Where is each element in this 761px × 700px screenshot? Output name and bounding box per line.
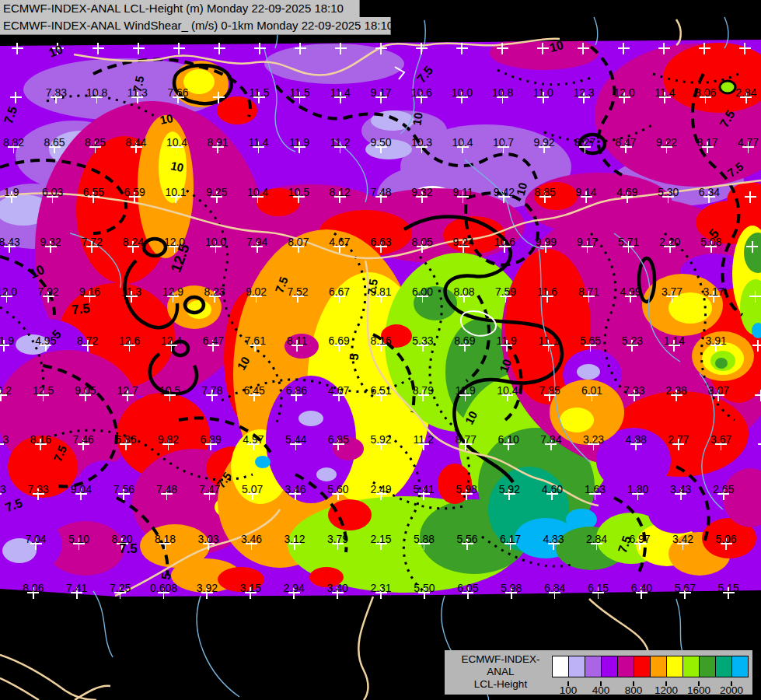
windshear-value: 6.67	[329, 285, 350, 298]
windshear-value: 8.65	[44, 136, 65, 149]
windshear-value: 12.0	[614, 86, 635, 99]
windshear-value: 11.3	[121, 285, 141, 298]
windshear-value: 4.97	[243, 433, 264, 446]
windshear-value: 7.41	[66, 582, 87, 594]
windshear-value: 7.92	[37, 285, 58, 298]
windshear-value: 10.3	[411, 136, 432, 149]
legend-swatch	[553, 656, 569, 677]
windshear-value: 11.9	[0, 334, 14, 347]
legend-title: ECMWF-INDEX-ANAL	[448, 653, 553, 678]
windshear-value: 7.48	[156, 483, 177, 495]
legend-swatch	[585, 656, 602, 677]
windshear-value: 11.4	[248, 136, 268, 149]
windshear-value: 3.03	[197, 533, 218, 545]
windshear-value: 12.7	[117, 384, 138, 397]
windshear-value: 11.9	[497, 334, 517, 347]
windshear-value: 8.17	[696, 136, 717, 149]
windshear-value: 11.5	[289, 86, 309, 99]
windshear-value: 5.92	[499, 483, 520, 495]
windshear-value: 11.5	[249, 86, 269, 99]
windshear-value: 8.27	[574, 136, 595, 149]
windshear-value: 2.77	[668, 433, 689, 446]
windshear-value: 4.60	[542, 483, 563, 495]
windshear-value: 7.94	[246, 236, 267, 248]
legend-swatch	[732, 656, 748, 677]
legend-tick-value: 800	[625, 684, 643, 696]
windshear-value: 3.43	[670, 483, 691, 495]
windshear-value: 6.69	[328, 334, 349, 347]
windshear-value: 5.88	[414, 533, 435, 545]
windshear-value: 1.80	[627, 483, 648, 495]
windshear-value: 11.6	[537, 285, 557, 298]
windshear-value: 9.04	[71, 483, 92, 495]
windshear-value: 3.23	[583, 433, 604, 446]
windshear-value: 9.16	[79, 285, 100, 298]
windshear-value: 6.55	[83, 186, 104, 198]
windshear-value: 1.9	[4, 186, 19, 198]
windshear-value: 11.4	[655, 86, 675, 99]
windshear-value: 6.89	[201, 433, 222, 446]
windshear-value: 2.84	[735, 86, 756, 99]
windshear-value: 7.04	[25, 533, 46, 545]
windshear-value: 4.67	[329, 236, 350, 248]
windshear-value: 6.05	[457, 582, 478, 594]
windshear-value: 3.12	[284, 533, 305, 545]
windshear-value: 5.06	[715, 533, 736, 545]
windshear-value: 7.33	[28, 483, 49, 495]
windshear-value: 3.15	[240, 582, 261, 594]
windshear-value: 6.17	[500, 533, 521, 545]
windshear-value: 9.50	[370, 136, 391, 149]
windshear-value: 9.05	[75, 384, 96, 397]
windshear-value: 8.06	[695, 86, 716, 99]
windshear-value: 1.63	[585, 483, 606, 495]
windshear-value: 8.24	[123, 236, 144, 248]
windshear-value: 6.45	[243, 384, 264, 397]
windshear-value: 11.9	[289, 136, 309, 149]
windshear-value: 3.42	[672, 533, 693, 545]
windshear-value: 5.65	[580, 334, 601, 347]
windshear-value: 9.14	[575, 186, 596, 198]
legend-unit: m	[448, 691, 553, 700]
windshear-value: 12.5	[33, 384, 54, 397]
title-bar-windshear: ECMWF-INDEX-ANAL WindShear_ (m/s) 0-1km …	[0, 17, 391, 35]
windshear-value: 7.52	[287, 285, 308, 298]
legend-tick-value: 1200	[655, 684, 678, 696]
windshear-value: 6.47	[203, 334, 224, 347]
windshear-value: 8.25	[85, 136, 106, 149]
contour-label: 7.5	[71, 301, 91, 318]
windshear-value: 6.59	[124, 186, 145, 198]
legend-swatch	[618, 656, 634, 677]
windshear-value: 8.16	[30, 433, 51, 446]
windshear-value: 7.72	[82, 236, 103, 248]
windshear-value: 3.92	[197, 582, 218, 594]
windshear-value: 7.84	[540, 433, 561, 446]
windshear-value: 3.17	[703, 285, 724, 298]
legend-tick-value: 2000	[720, 684, 743, 696]
windshear-value: 8.71	[578, 285, 599, 298]
windshear-value: 7.56	[113, 483, 134, 495]
title-bar-lcl: ECMWF-INDEX-ANAL LCL-Height (m) Monday 2…	[0, 0, 360, 18]
windshear-value: 3.46	[241, 533, 262, 545]
windshear-value: 12.3	[573, 86, 594, 99]
lcl-fill-blobs	[0, 31, 761, 607]
windshear-value: 2.94	[284, 582, 305, 594]
windshear-value: 6.01	[581, 384, 602, 397]
windshear-value: 3.46	[285, 483, 305, 495]
legend-field: LCL-Height	[448, 678, 553, 691]
windshear-value: 5.30	[658, 186, 679, 198]
legend-color-scale	[552, 656, 749, 677]
windshear-value: 3.07	[708, 384, 729, 397]
windshear-value: 12.6	[119, 334, 140, 347]
contour-label: 7.5	[119, 541, 138, 557]
windshear-value: 9.11	[452, 186, 473, 198]
windshear-value: 9.17	[370, 86, 391, 99]
windshear-value: 12.9	[162, 285, 183, 298]
legend-tick-value: 100	[560, 684, 578, 696]
windshear-value: 5.44	[285, 433, 306, 446]
windshear-value: 8.47	[615, 136, 636, 149]
windshear-value: 10.3	[0, 433, 9, 446]
legend-swatch	[700, 656, 716, 677]
windshear-value: 5.98	[456, 483, 477, 495]
windshear-value: 8.11	[287, 334, 307, 347]
contour-label: 10	[410, 112, 424, 127]
